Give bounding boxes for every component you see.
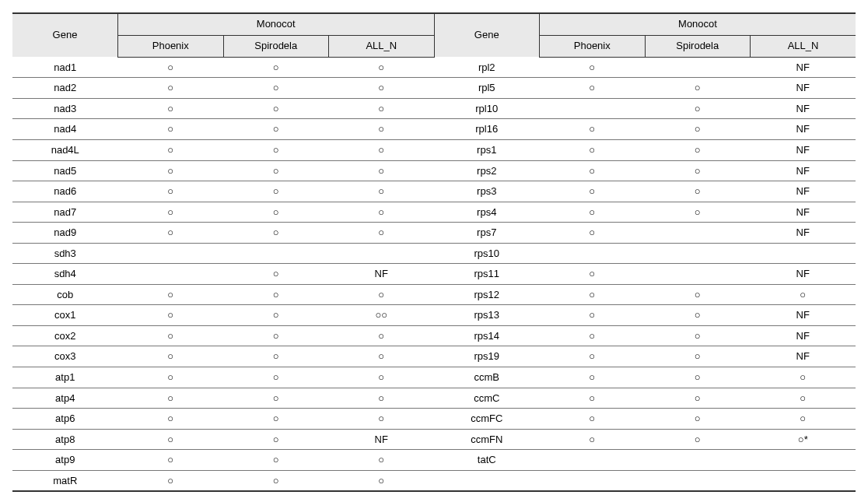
cell-spirodelaR: ○ [645,325,751,346]
header-group-left: Monocot [118,13,435,35]
cell-spirodelaL: ○ [223,284,329,305]
cell-geneL: nad9 [12,223,118,244]
cell-phoenixL [118,264,224,285]
cell-geneL: nad7 [12,202,118,223]
cell-phoenixR: ○ [540,325,646,346]
cell-phoenixL: ○ [118,388,224,409]
cell-allnL: ○ [329,388,435,409]
cell-phoenixL: ○ [118,367,224,388]
cell-geneR: rpl2 [434,57,540,78]
cell-spirodelaR [645,470,751,491]
cell-geneR: rps13 [434,305,540,326]
cell-phoenixR: ○ [540,119,646,140]
table-row: nad6○○○rps3○○NF [12,181,856,202]
cell-allnR: NF [751,223,856,244]
cell-spirodelaL: ○ [223,346,329,367]
table-row: sdh3rps10 [12,243,856,264]
cell-spirodelaR: ○ [645,98,751,119]
cell-phoenixL: ○ [118,284,224,305]
cell-allnL: ○○ [329,305,435,326]
cell-spirodelaL: ○ [223,470,329,491]
cell-allnL: ○ [329,450,435,471]
cell-phoenixR: ○ [540,264,646,285]
table-row: cox3○○○rps19○○NF [12,346,856,367]
cell-geneL: nad6 [12,181,118,202]
cell-allnL: ○ [329,57,435,78]
cell-phoenixR: ○ [540,429,646,450]
cell-phoenixL: ○ [118,429,224,450]
cell-geneL: cox2 [12,325,118,346]
cell-spirodelaR [645,264,751,285]
cell-allnR: NF [751,202,856,223]
cell-phoenixL: ○ [118,346,224,367]
table-row: cox2○○○rps14○○NF [12,325,856,346]
cell-geneL: nad4 [12,119,118,140]
header-phoenix-left: Phoenix [118,35,224,57]
cell-geneL: matR [12,470,118,491]
cell-allnR: NF [751,119,856,140]
cell-phoenixL: ○ [118,223,224,244]
cell-spirodelaR [645,223,751,244]
cell-geneR: ccmFC [434,409,540,430]
table-body: nad1○○○rpl2○NFnad2○○○rpl5○○NFnad3○○○rpl1… [12,57,856,491]
header-gene-right: Gene [434,13,540,57]
table-header: Gene Monocot Gene Monocot Phoenix Spirod… [12,13,856,57]
cell-geneR [434,470,540,491]
cell-allnR: NF [751,139,856,160]
table-row: atp8○○NFccmFN○○○* [12,429,856,450]
cell-geneL: atp6 [12,409,118,430]
cell-allnL: ○ [329,409,435,430]
cell-geneL: nad1 [12,57,118,78]
cell-phoenixR [540,470,646,491]
table-row: atp9○○○tatC [12,450,856,471]
cell-geneR: rps11 [434,264,540,285]
header-spirodela-right: Spirodela [645,35,751,57]
cell-phoenixL: ○ [118,78,224,99]
cell-spirodelaL: ○ [223,202,329,223]
cell-geneL: sdh4 [12,264,118,285]
cell-spirodelaR: ○ [645,388,751,409]
cell-spirodelaR: ○ [645,160,751,181]
cell-phoenixL: ○ [118,450,224,471]
cell-spirodelaL: ○ [223,223,329,244]
table-row: nad7○○○rps4○○NF [12,202,856,223]
cell-geneL: sdh3 [12,243,118,264]
table-row: atp6○○○ccmFC○○○ [12,409,856,430]
cell-allnR: NF [751,305,856,326]
cell-phoenixR [540,98,646,119]
cell-geneR: rps3 [434,181,540,202]
cell-phoenixR: ○ [540,202,646,223]
cell-allnL: ○ [329,223,435,244]
table-row: matR○○○ [12,470,856,491]
cell-geneR: rps1 [434,139,540,160]
cell-allnR: ○ [751,409,856,430]
cell-geneL: nad3 [12,98,118,119]
cell-spirodelaR: ○ [645,119,751,140]
cell-phoenixR: ○ [540,388,646,409]
cell-geneL: nad4L [12,139,118,160]
cell-allnR: ○ [751,367,856,388]
cell-allnR: NF [751,264,856,285]
cell-allnR: ○ [751,284,856,305]
header-spirodela-left: Spirodela [223,35,329,57]
cell-allnL: ○ [329,119,435,140]
cell-spirodelaL: ○ [223,78,329,99]
header-group-right: Monocot [540,13,856,35]
cell-spirodelaR: ○ [645,346,751,367]
header-phoenix-right: Phoenix [540,35,646,57]
table-row: nad9○○○rps7○NF [12,223,856,244]
cell-allnL: NF [329,429,435,450]
cell-geneL: atp9 [12,450,118,471]
cell-geneR: rps10 [434,243,540,264]
cell-spirodelaR [645,57,751,78]
cell-phoenixL: ○ [118,119,224,140]
cell-phoenixL: ○ [118,325,224,346]
cell-geneR: rpl5 [434,78,540,99]
cell-geneR: rps2 [434,160,540,181]
cell-spirodelaR: ○ [645,367,751,388]
table-row: sdh4○NFrps11○NF [12,264,856,285]
cell-spirodelaL: ○ [223,160,329,181]
cell-phoenixR: ○ [540,284,646,305]
header-gene-left: Gene [12,13,118,57]
table-row: atp4○○○ccmC○○○ [12,388,856,409]
